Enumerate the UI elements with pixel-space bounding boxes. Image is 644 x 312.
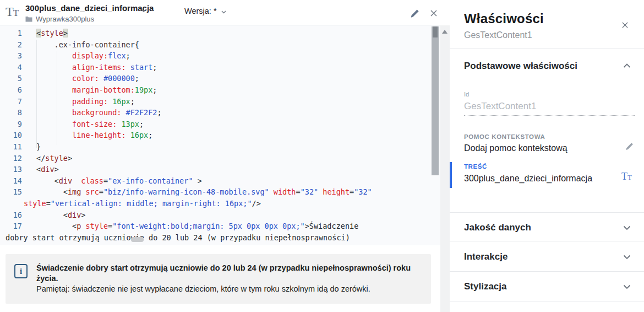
title-dropdown-caret-icon[interactable] — [141, 9, 146, 13]
scroll-up-arrow-icon[interactable] — [442, 30, 447, 34]
chevron-up-icon[interactable] — [623, 63, 631, 68]
line-number: 17 — [0, 220, 22, 232]
editor-scrollbar-thumb[interactable] — [432, 26, 439, 175]
line-number: 5 — [0, 73, 22, 84]
close-editor-icon[interactable] — [429, 9, 438, 18]
code-line[interactable]: 6 margin-bottom:19px; — [0, 84, 440, 96]
code-line[interactable]: 10 line-height: 16px; — [0, 130, 440, 141]
properties-panel: Właściwości GesTextContent1 Podstawowe w… — [450, 0, 644, 312]
component-preview[interactable]: i Świadczenie dobry start otrzymują uczn… — [6, 254, 431, 304]
divider — [450, 241, 644, 241]
selected-component-name: GesTextContent1 — [464, 30, 532, 40]
code-lines[interactable]: 1<style>2 .ex-info-container{3 display:f… — [0, 28, 440, 243]
folder-name: Wyprawka300plus — [36, 15, 94, 23]
code-line[interactable]: 1<style> — [0, 28, 440, 39]
code-line[interactable]: 11} — [0, 141, 440, 153]
code-line[interactable]: 13<div> — [0, 164, 440, 175]
line-number: 15 — [0, 186, 22, 198]
divider — [450, 49, 644, 49]
chevron-down-icon[interactable] — [623, 225, 631, 230]
code-line[interactable]: 7 padding: 16px; — [0, 96, 440, 107]
code-line[interactable]: 16 <div> — [0, 209, 440, 221]
code-line[interactable]: 9 font-size: 13px; — [0, 119, 440, 130]
line-number: 16 — [0, 209, 22, 221]
add-contextual-help-button[interactable]: Dodaj pomoc kontekstową — [464, 143, 567, 153]
section-interactions[interactable]: Interakcje — [464, 251, 507, 262]
id-field-label: Id — [464, 91, 469, 98]
code-line[interactable]: 5 color: #000000; — [0, 73, 440, 84]
code-line[interactable]: 4 align-items: start; — [0, 62, 440, 73]
line-number: 8 — [0, 107, 22, 119]
line-number: 10 — [0, 130, 22, 141]
text-component-logo-icon: TT — [6, 4, 18, 19]
editor-scrollbar-marker[interactable] — [433, 26, 438, 37]
line-number: 14 — [0, 175, 22, 187]
code-line[interactable]: 14 <div class="ex-info-container" > — [0, 175, 440, 187]
line-number: 6 — [0, 84, 22, 96]
code-line[interactable]: 15 <img src="biz/info-warning-icon-48-mo… — [0, 186, 440, 198]
version-dropdown-caret-icon[interactable] — [221, 10, 226, 14]
panel-scrollbar[interactable] — [440, 25, 450, 312]
edit-help-pencil-icon[interactable] — [625, 142, 635, 152]
line-number: 4 — [0, 62, 22, 73]
edit-pencil-icon[interactable] — [410, 8, 421, 19]
chevron-down-icon[interactable] — [623, 284, 631, 289]
id-field-value: GesTextContent1 — [464, 101, 536, 112]
code-line[interactable]: style="vertical-align: middle; margin-ri… — [0, 198, 440, 209]
section-styling[interactable]: Stylizacja — [464, 281, 507, 292]
id-field-underline — [464, 115, 635, 116]
line-number: 9 — [0, 119, 22, 130]
close-panel-icon[interactable] — [621, 21, 629, 29]
contextual-help-label: POMOC KONTEKSTOWA — [464, 133, 545, 140]
line-number: 13 — [0, 164, 22, 175]
preview-text: Świadczenie dobry start otrzymują ucznio… — [36, 263, 422, 294]
info-icon: i — [14, 264, 28, 278]
divider — [450, 302, 644, 302]
breadcrumb: Wyprawka300plus — [25, 15, 94, 23]
text-content-type-icon[interactable]: TT — [621, 171, 632, 182]
code-line[interactable]: 12</style> — [0, 153, 440, 164]
divider — [450, 271, 644, 272]
panel-title: Właściwości — [464, 11, 544, 26]
code-line[interactable]: 3 display:flex; — [0, 50, 440, 62]
chevron-down-icon[interactable] — [623, 255, 631, 260]
line-number: 1 — [0, 28, 22, 39]
section-basic-properties[interactable]: Podstawowe właściwości — [464, 61, 577, 72]
code-line[interactable]: 17 <p style="font-weight:bold;margin: 5p… — [0, 220, 440, 232]
editor-header: TT 300plus_dane_dzieci_informacja Wypraw… — [0, 0, 440, 25]
code-line[interactable]: 8 background: #F2F2F2; — [0, 107, 440, 119]
line-number: 11 — [0, 141, 22, 153]
preview-bold-text: Świadczenie dobry start otrzymują ucznio… — [36, 263, 411, 283]
section-data-quality[interactable]: Jakość danych — [464, 222, 531, 233]
preview-normal-text: Pamiętaj: świadczenie nie jest wypłacane… — [36, 284, 370, 293]
line-number: 3 — [0, 50, 22, 62]
content-value[interactable]: 300plus_dane_dzieci_informacja — [464, 174, 592, 184]
version-selector[interactable]: Wersja: * — [184, 7, 217, 15]
horizontal-scrollbar-thumb[interactable] — [131, 237, 144, 242]
code-editor[interactable]: 1<style>2 .ex-info-container{3 display:f… — [0, 25, 440, 245]
active-section-indicator — [450, 162, 452, 188]
line-number: 2 — [0, 39, 22, 51]
code-line[interactable]: dobry start otrzymują uczniowie do 20 lu… — [0, 232, 440, 244]
folder-icon — [25, 16, 32, 22]
divider — [450, 212, 644, 213]
content-label: TREŚĆ — [464, 163, 487, 170]
line-number: 12 — [0, 153, 22, 164]
line-number: 7 — [0, 96, 22, 107]
code-line[interactable]: 2 .ex-info-container{ — [0, 39, 440, 51]
document-title[interactable]: 300plus_dane_dzieci_informacja — [25, 3, 154, 13]
